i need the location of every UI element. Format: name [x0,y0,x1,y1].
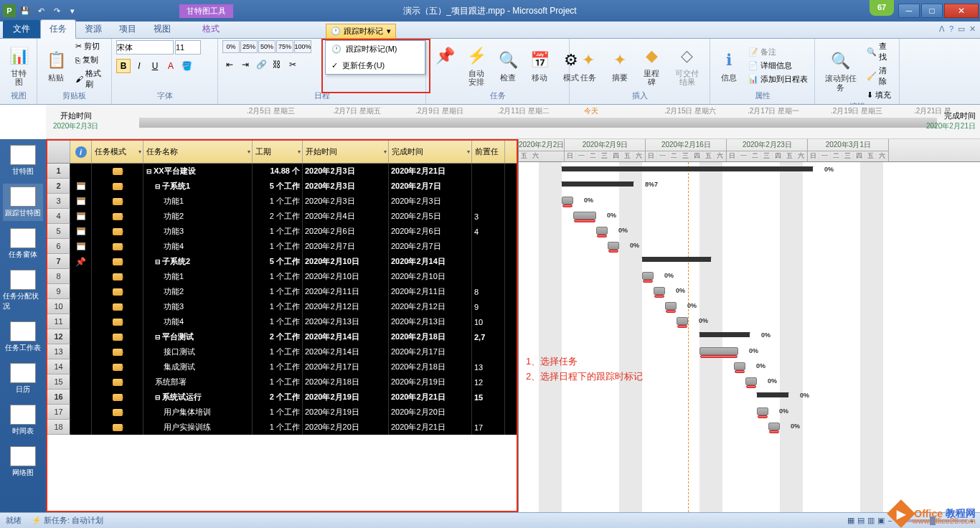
gantt-bar[interactable]: 0% [757,407,768,415]
tab-task[interactable]: 任务 [40,19,76,39]
col-name[interactable]: 任务名称▾ [143,141,253,163]
sidebar-item[interactable]: 甘特图 [3,142,43,179]
scroll-to-button[interactable]: 🔍滚动到任务 [819,48,862,93]
milestone-button[interactable]: ◆里程碑 [637,43,666,88]
auto-schedule-button[interactable]: ⚡自动安排 [462,43,491,88]
table-row[interactable]: 1⊟XX平台建设14.88 个2020年2月3日2020年2月21日 [47,164,517,179]
table-row[interactable]: 9功能21 个工作2020年2月11日2020年2月11日8 [47,284,517,299]
view-shortcut-icon[interactable]: ▤ [857,516,864,525]
col-dur[interactable]: 工期▾ [253,141,303,163]
table-row[interactable]: 11功能41 个工作2020年2月13日2020年2月13日10 [47,314,517,329]
table-row[interactable]: 6功能41 个工作2020年2月7日2020年2月7日 [47,239,517,254]
table-row[interactable]: 8功能11 个工作2020年2月10日2020年2月10日 [47,269,517,284]
pct-100-button[interactable]: 100% [294,40,311,53]
italic-button[interactable]: I [132,59,146,73]
gantt-bar[interactable]: 0% [677,317,688,325]
sidebar-item[interactable]: 任务分配状况 [3,267,43,314]
info-button[interactable]: ℹ信息 [715,47,743,83]
summary-button[interactable]: ✦摘要 [606,47,634,83]
tab-file[interactable]: 文件 [3,20,40,38]
col-mode[interactable]: 任务模式▾ [92,141,143,163]
pct-50-button[interactable]: 50% [258,40,275,53]
font-size-input[interactable] [175,40,201,55]
gantt-bar[interactable]: 0% [734,362,745,370]
indent-button[interactable]: ⇥ [238,57,253,72]
link-button[interactable]: 🔗 [254,57,268,72]
pct-25-button[interactable]: 25% [240,40,258,53]
table-row[interactable]: 4功能22 个工作2020年2月4日2020年2月5日3 [47,209,517,224]
col-end[interactable]: 完成时间▾ [389,141,472,163]
gantt-bar[interactable]: 0% [745,377,757,385]
paste-button[interactable]: 📋粘贴 [42,47,70,83]
gantt-bar[interactable] [642,257,711,262]
clear-button[interactable]: 🧹清除 [864,65,895,88]
col-start[interactable]: 开始时间▾ [303,141,389,163]
notes-button[interactable]: 📝备注 [746,46,810,58]
find-button[interactable]: 🔍查找 [864,40,895,63]
manual-schedule-button[interactable]: 📌手动安排 [430,43,459,88]
gantt-view-button[interactable]: 📊甘特图 [4,43,33,88]
sidebar-item[interactable]: 跟踪甘特图 [3,184,43,221]
gantt-bar[interactable]: 0% [699,332,750,337]
gantt-bar[interactable]: 0% [608,242,619,250]
copy-button[interactable]: ⎘复制 [73,54,107,66]
fill-color-button[interactable]: 🪣 [179,59,194,73]
table-row[interactable]: 14集成测试1 个工作2020年2月17日2020年2月18日13 [47,359,517,374]
view-shortcut-icon[interactable]: ▥ [867,516,875,525]
cut-button[interactable]: ✂剪切 [73,40,107,52]
gantt-bar[interactable]: 0% [699,347,738,355]
insert-task-button[interactable]: ✦任务 [574,47,603,83]
gantt-bar[interactable]: 8%7 [562,182,633,187]
bold-button[interactable]: B [116,59,131,73]
table-row[interactable]: 18用户实操训练1 个工作2020年2月20日2020年2月21日17 [47,420,517,435]
unlink-button[interactable]: ⛓ [270,57,284,72]
redo-icon[interactable]: ↷ [50,4,63,17]
table-row[interactable]: 10功能31 个工作2020年2月12日2020年2月12日9 [47,299,517,314]
sidebar-item[interactable]: 任务窗体 [3,225,43,263]
window-options-icon[interactable]: ▭ [958,24,965,34]
font-color-button[interactable]: A [164,59,178,73]
close-button[interactable]: ✕ [944,4,979,18]
table-row[interactable]: 16⊟系统试运行2 个工作2020年2月19日2020年2月21日15 [47,390,517,405]
tab-format[interactable]: 格式 [194,20,228,38]
sidebar-item[interactable]: 时间表 [3,402,43,439]
col-info[interactable]: i [70,141,92,163]
table-row[interactable]: 13接口测试1 个工作2020年2月14日2020年2月17日 [47,344,517,359]
timeline-strip[interactable]: 开始时间2020年2月3日 .2月5日 星期三.2月7日 星期五.2月9日 星期… [46,105,980,139]
update-task-item[interactable]: ✓更新任务(U) [326,57,425,74]
inspect-button[interactable]: 🔍检查 [494,47,522,83]
fill-button[interactable]: ⬇填充 [864,89,895,101]
table-row[interactable]: 15系统部署1 个工作2020年2月18日2020年2月19日12 [47,374,517,390]
save-icon[interactable]: 💾 [19,4,32,17]
sidebar-item[interactable]: 网络图 [3,443,43,481]
minimize-button[interactable]: ─ [898,4,920,18]
close-doc-icon[interactable]: ✕ [969,24,976,34]
app-icon[interactable]: P [3,4,16,17]
table-row[interactable]: 5功能31 个工作2020年2月6日2020年2月6日4 [47,224,517,239]
col-rownum[interactable] [47,141,70,163]
gantt-chart[interactable]: 2020年2月2日五六2020年2月9日日一二三四五六2020年2月16日日一二… [518,139,980,512]
deliverable-button[interactable]: ◇可交付结果 [669,43,705,88]
notification-badge[interactable]: 67 [870,0,894,16]
table-row[interactable]: 12⊟平台测试2 个工作2020年2月14日2020年2月18日2,7 [47,329,517,344]
track-mark-button[interactable]: 🕐跟踪时标记▾ [326,24,396,39]
gantt-bar[interactable]: 0% [768,423,780,430]
format-painter-button[interactable]: 🖌格式刷 [73,67,107,90]
gantt-bar[interactable]: 0% [642,272,654,280]
gantt-bar[interactable]: 0% [562,197,573,204]
details-button[interactable]: 📄详细信息 [746,60,810,72]
font-name-input[interactable] [116,40,174,55]
tab-resource[interactable]: 资源 [76,20,110,38]
gantt-bar[interactable]: 0% [573,212,596,220]
maximize-button[interactable]: □ [921,4,943,18]
help-icon[interactable]: ? [949,24,953,34]
pct-75-button[interactable]: 75% [276,40,293,53]
undo-icon[interactable]: ↶ [34,4,47,17]
view-shortcut-icon[interactable]: ▣ [877,516,885,525]
underline-button[interactable]: U [148,59,162,73]
table-row[interactable]: 17用户集体培训1 个工作2020年2月19日2020年2月20日 [47,405,517,420]
gantt-bar[interactable]: 0% [596,227,608,235]
minimize-ribbon-icon[interactable]: ᐱ [939,24,945,34]
move-button[interactable]: 📅移动 [525,47,554,83]
add-timeline-button[interactable]: 📊添加到日程表 [746,73,810,85]
